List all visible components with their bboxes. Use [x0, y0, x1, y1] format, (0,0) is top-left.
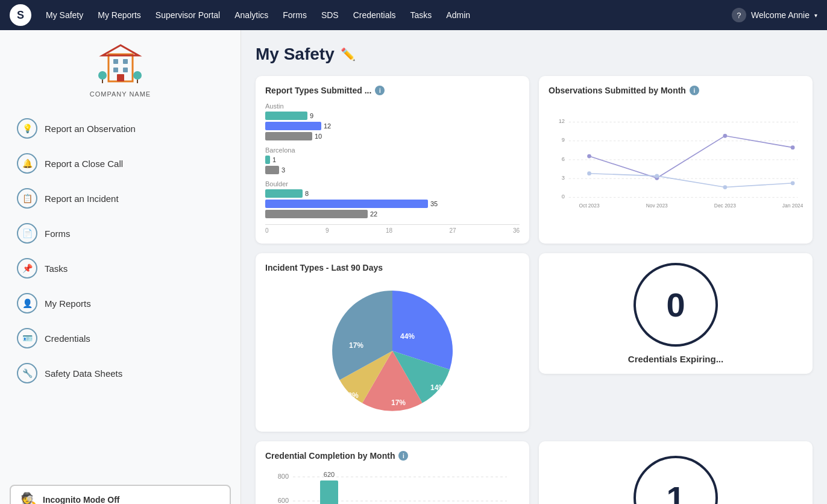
sidebar-item-my-reports[interactable]: 👤 My Reports — [10, 287, 231, 320]
bar-row: 1 — [265, 156, 520, 164]
svg-rect-3 — [123, 59, 128, 64]
credential-completion-chart: 800 600 620 — [265, 468, 520, 504]
credentials-count-circle: 0 — [634, 263, 718, 347]
observation-icon: 💡 — [17, 118, 37, 139]
sidebar: COMPANY NAME 💡 Report an Observation 🔔 R… — [0, 30, 241, 504]
bar-group-barcelona: Barcelona 1 3 — [265, 146, 520, 174]
incognito-label: Incognito Mode Off — [43, 495, 120, 504]
pie-chart-wrap: 44% 14% 17% 8% 17% — [265, 280, 520, 422]
svg-point-28 — [791, 145, 795, 150]
sidebar-label-incident: Report an Incident — [45, 194, 119, 204]
nav-my-safety[interactable]: My Safety — [46, 10, 83, 20]
line-chart-title: Observations Submitted by Month i — [549, 86, 803, 95]
help-icon[interactable]: ? — [732, 8, 746, 22]
nav-analytics[interactable]: Analytics — [234, 10, 268, 20]
pie-chart-svg: 44% 14% 17% 8% 17% — [326, 285, 459, 417]
line-chart-svg: 12 9 6 3 0 Oct 2023 Nov 2023 Dec 2023 Ja… — [549, 102, 803, 223]
sidebar-item-incident[interactable]: 📋 Report an Incident — [10, 182, 231, 215]
svg-text:44%: 44% — [400, 332, 415, 341]
bar-row: 3 — [265, 166, 520, 174]
incognito-button[interactable]: 🕵️ Incognito Mode Off — [10, 485, 231, 504]
bar-chart: Austin 9 12 10 — [265, 102, 520, 234]
forms-icon: 📄 — [17, 223, 37, 244]
svg-text:Nov 2023: Nov 2023 — [646, 203, 668, 209]
sidebar-item-forms[interactable]: 📄 Forms — [10, 217, 231, 250]
nav-sds[interactable]: SDS — [321, 10, 339, 20]
page-title: My Safety — [256, 45, 335, 64]
welcome-text: Welcome Annie — [751, 10, 810, 20]
svg-text:12: 12 — [559, 118, 565, 124]
sidebar-label-tasks: Tasks — [45, 263, 68, 274]
sidebar-label-credentials: Credentials — [45, 333, 90, 344]
nav-admin[interactable]: Admin — [446, 10, 470, 20]
sidebar-item-observation[interactable]: 💡 Report an Observation — [10, 112, 231, 145]
svg-text:17%: 17% — [349, 341, 363, 350]
nav-my-reports[interactable]: My Reports — [98, 10, 141, 20]
bar-row: 9 — [265, 112, 520, 120]
sidebar-item-credentials[interactable]: 🪪 Credentials — [10, 322, 231, 354]
credential-completion-title: Credential Completion by Month i — [265, 451, 520, 461]
company-name-label: COMPANY NAME — [10, 90, 231, 98]
bar-group-boulder: Boulder 8 35 22 — [265, 180, 520, 218]
credentials-icon: 🪪 — [17, 328, 37, 348]
tasks-icon: 📌 — [17, 258, 37, 279]
pie-chart-card: Incident Types - Last 90 Days — [256, 253, 529, 432]
svg-rect-43 — [320, 480, 338, 504]
nav-credentials[interactable]: Credentials — [353, 10, 396, 20]
svg-point-32 — [791, 181, 795, 185]
svg-text:620: 620 — [324, 471, 335, 478]
user-menu-chevron[interactable]: ▾ — [814, 12, 817, 19]
svg-point-31 — [723, 185, 727, 189]
top-navigation: S My Safety My Reports Supervisor Portal… — [0, 0, 827, 30]
sidebar-item-close-call[interactable]: 🔔 Report a Close Call — [10, 147, 231, 180]
page-title-area: My Safety ✏️ — [256, 45, 813, 64]
svg-text:3: 3 — [562, 175, 565, 181]
svg-rect-5 — [123, 68, 128, 72]
incognito-hat-icon: 🕵️ — [20, 492, 37, 504]
svg-text:0: 0 — [562, 194, 565, 200]
nav-supervisor-portal[interactable]: Supervisor Portal — [156, 10, 220, 20]
svg-text:14%: 14% — [430, 383, 445, 392]
credential-completion-info-icon[interactable]: i — [398, 451, 408, 461]
company-logo-area: COMPANY NAME — [10, 42, 231, 98]
sidebar-item-tasks[interactable]: 📌 Tasks — [10, 252, 231, 285]
app-logo: S — [10, 4, 31, 26]
sidebar-item-sds[interactable]: 🔧 Safety Data Sheets — [10, 357, 231, 389]
bottom-circle: 1 — [634, 456, 718, 504]
main-content: My Safety ✏️ Report Types Submitted ... … — [241, 30, 827, 504]
bar-row: 12 — [265, 122, 520, 130]
sidebar-label-close-call: Report a Close Call — [45, 159, 123, 169]
sds-icon: 🔧 — [17, 363, 37, 383]
incident-icon: 📋 — [17, 188, 37, 209]
svg-text:17%: 17% — [391, 398, 406, 407]
bar-row: 35 — [265, 200, 520, 208]
svg-text:Jan 2024: Jan 2024 — [782, 203, 803, 209]
bottom-circle-card: 1 — [539, 441, 813, 504]
credentials-expiring-card: 0 Credentials Expiring... — [539, 253, 813, 374]
bottom-row: Credential Completion by Month i 800 600… — [256, 441, 813, 504]
bar-axis: 0 9 18 27 36 — [265, 224, 520, 234]
bar-chart-title: Report Types Submitted ... i — [265, 86, 520, 95]
svg-rect-2 — [113, 59, 118, 64]
dashboard-grid: Report Types Submitted ... i Austin 9 12 — [256, 76, 813, 432]
bar-group-austin: Austin 9 12 10 — [265, 102, 520, 140]
close-call-icon: 🔔 — [17, 153, 37, 174]
nav-tasks[interactable]: Tasks — [410, 10, 432, 20]
nav-forms[interactable]: Forms — [283, 10, 307, 20]
edit-title-icon[interactable]: ✏️ — [341, 47, 356, 61]
sidebar-label-my-reports: My Reports — [45, 298, 91, 309]
bar-row: 10 — [265, 132, 520, 140]
page-layout: COMPANY NAME 💡 Report an Observation 🔔 R… — [0, 30, 827, 504]
pie-chart-title: Incident Types - Last 90 Days — [265, 263, 520, 272]
bar-chart-info-icon[interactable]: i — [375, 86, 385, 95]
line-chart-info-icon[interactable]: i — [690, 86, 699, 95]
svg-point-29 — [587, 171, 591, 175]
bar-row: 22 — [265, 210, 520, 218]
sidebar-label-observation: Report an Observation — [45, 124, 136, 134]
svg-text:8%: 8% — [348, 391, 359, 400]
svg-rect-4 — [113, 68, 118, 72]
bar-row: 8 — [265, 189, 520, 198]
sidebar-label-forms: Forms — [45, 228, 71, 239]
bar-chart-card: Report Types Submitted ... i Austin 9 12 — [256, 76, 529, 244]
svg-text:Oct 2023: Oct 2023 — [579, 203, 599, 209]
